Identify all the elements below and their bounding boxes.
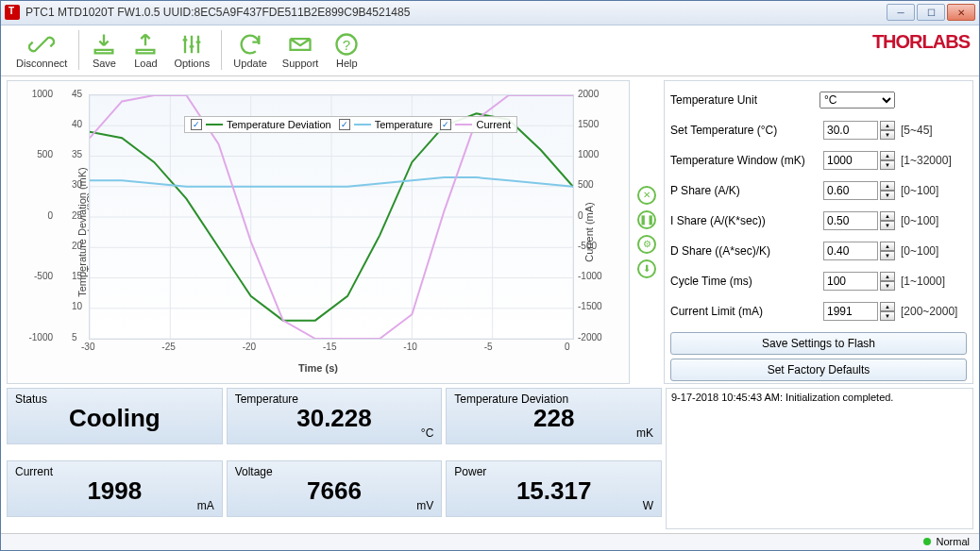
stat-value: 15.317 <box>454 476 653 506</box>
spinner[interactable]: ▲▼ <box>880 181 895 200</box>
settings-panel: Temperature Unit°CSet Temperature (°C)▲▼… <box>664 80 973 384</box>
settings-row: D Share ((A*sec)/K)▲▼[0~100] <box>670 236 967 266</box>
y-left2-tick: 35 <box>72 149 82 159</box>
y-left1-tick: 0 <box>47 210 53 221</box>
y-left2-tick: 25 <box>72 210 82 221</box>
spinner[interactable]: ▲▼ <box>880 242 895 260</box>
y-left2-tick: 5 <box>72 332 77 342</box>
settings-row: Temperature Unit°C <box>670 85 967 115</box>
y-axis-right-label: Current (mA) <box>583 202 595 262</box>
stat-tile: StatusCooling <box>7 388 223 444</box>
stats-grid: StatusCoolingTemperature30.228°CTemperat… <box>7 388 662 529</box>
settings-input[interactable] <box>823 121 878 140</box>
stat-unit: °C <box>421 426 433 440</box>
y-left2-tick: 45 <box>72 89 82 99</box>
options-label: Options <box>174 58 210 69</box>
y-left1-tick: 500 <box>37 149 53 159</box>
spinner[interactable]: ▲▼ <box>880 272 895 291</box>
lower-right: 9-17-2018 10:45:43 AM: Initialization co… <box>666 388 973 529</box>
svg-text:?: ? <box>343 37 350 53</box>
x-tick: -15 <box>323 342 336 352</box>
help-button[interactable]: ? Help <box>326 29 367 71</box>
settings-rows: Temperature Unit°CSet Temperature (°C)▲▼… <box>665 81 972 330</box>
chart-area: Temperature Deviation (mK) Temperature (… <box>13 87 623 377</box>
save-button[interactable]: Save <box>83 29 125 71</box>
support-label: Support <box>282 58 319 69</box>
window-controls: ─ ☐ ✕ <box>887 4 975 21</box>
x-tick: -25 <box>161 342 175 352</box>
stat-value: 7666 <box>235 476 434 506</box>
x-axis-label: Time (s) <box>298 362 338 374</box>
minimize-button[interactable]: ─ <box>887 4 915 21</box>
support-button[interactable]: Support <box>275 29 327 71</box>
y-right-tick: -1000 <box>578 271 602 281</box>
update-button[interactable]: Update <box>226 29 274 71</box>
window-title: PTC1 MTD1020T FW1.0.5 UUID:8EC5A9F437FDE… <box>25 6 887 19</box>
plot-area[interactable]: ✓Temperature Deviation ✓Temperature ✓Cur… <box>89 94 574 340</box>
settings-input[interactable] <box>823 151 878 170</box>
spinner[interactable]: ▲▼ <box>880 151 895 170</box>
disconnect-label: Disconnect <box>16 58 67 69</box>
lower-row: StatusCoolingTemperature30.228°CTemperat… <box>7 388 973 529</box>
stat-value: 228 <box>454 404 653 433</box>
save-icon <box>91 31 117 58</box>
settings-range: [200~2000] <box>901 305 967 318</box>
toolbar: Disconnect Save Load Options Update Supp… <box>1 25 979 76</box>
close-button[interactable]: ✕ <box>947 4 975 21</box>
legend-checkbox-b[interactable]: ✓ <box>339 119 350 130</box>
settings-input[interactable] <box>823 242 878 260</box>
y-left2-tick: 40 <box>72 119 82 129</box>
maximize-button[interactable]: ☐ <box>917 4 945 21</box>
content: Temperature Deviation (mK) Temperature (… <box>1 76 979 533</box>
settings-label: Set Temperature (°C) <box>670 124 823 137</box>
settings-row: Set Temperature (°C)▲▼[5~45] <box>670 115 967 145</box>
legend-label-c: Current <box>476 119 511 130</box>
settings-range: [5~45] <box>901 124 967 137</box>
save-settings-button[interactable]: Save Settings to Flash <box>670 332 967 355</box>
disconnect-button[interactable]: Disconnect <box>8 29 75 71</box>
log-entry: 9-17-2018 10:45:43 AM: Initialization co… <box>671 392 968 403</box>
chart-gear-button[interactable]: ⚙ <box>637 235 656 254</box>
settings-range: [1~1000] <box>901 275 967 288</box>
settings-range: [1~32000] <box>901 154 967 167</box>
settings-label: Temperature Window (mK) <box>670 154 823 167</box>
sliders-icon <box>178 31 205 58</box>
spinner[interactable]: ▲▼ <box>880 302 895 321</box>
settings-input[interactable] <box>823 181 878 200</box>
settings-row: P Share (A/K)▲▼[0~100] <box>670 175 967 206</box>
legend-checkbox-a[interactable]: ✓ <box>191 119 202 130</box>
chart-export-button[interactable]: ⬇ <box>637 259 656 278</box>
settings-label: D Share ((A*sec)/K) <box>670 244 823 258</box>
options-button[interactable]: Options <box>166 29 217 71</box>
chart-stop-button[interactable]: ✕ <box>637 186 656 205</box>
load-icon <box>132 31 159 58</box>
factory-defaults-button[interactable]: Set Factory Defaults <box>670 359 967 381</box>
legend-checkbox-c[interactable]: ✓ <box>440 119 451 130</box>
stat-unit: mA <box>197 499 214 512</box>
settings-label: P Share (A/K) <box>670 184 823 197</box>
settings-input[interactable] <box>823 302 878 321</box>
spinner[interactable]: ▲▼ <box>880 121 895 140</box>
settings-input[interactable] <box>823 272 878 291</box>
spinner[interactable]: ▲▼ <box>880 211 895 230</box>
y-left1-tick: -500 <box>34 271 53 281</box>
settings-row: Cycle Time (ms)▲▼[1~1000] <box>670 266 967 296</box>
load-button[interactable]: Load <box>125 29 166 71</box>
log-panel[interactable]: 9-17-2018 10:45:43 AM: Initialization co… <box>666 388 973 529</box>
y-right-tick: 2000 <box>578 89 599 99</box>
stat-tile: Power15.317W <box>446 460 662 517</box>
load-label: Load <box>134 58 157 69</box>
y-right-tick: -500 <box>578 241 597 251</box>
settings-range: [0~100] <box>901 214 967 227</box>
settings-input[interactable] <box>823 211 878 230</box>
settings-row: Temperature Window (mK)▲▼[1~32000] <box>670 145 967 175</box>
settings-range: [0~100] <box>901 244 967 258</box>
brand-logo: THORLABS <box>872 31 970 53</box>
chart-pause-button[interactable]: ❚❚ <box>637 210 656 229</box>
settings-row: I Share (A/(K*sec))▲▼[0~100] <box>670 206 967 236</box>
stat-unit: W <box>643 499 653 512</box>
temperature-unit-select[interactable]: °C <box>819 92 895 109</box>
stat-unit: mK <box>636 426 653 440</box>
refresh-icon <box>237 31 263 58</box>
stat-value: 30.228 <box>235 404 434 433</box>
